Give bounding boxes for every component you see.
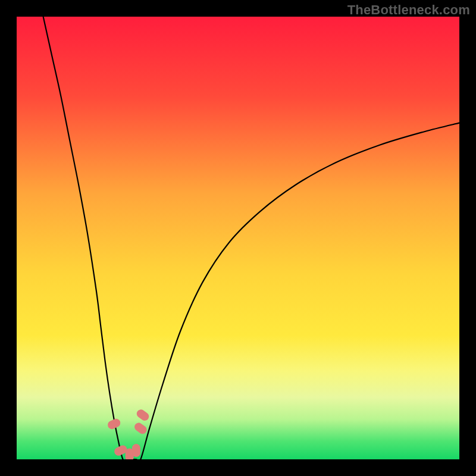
chart-svg xyxy=(17,17,459,459)
chart-frame: TheBottleneck.com xyxy=(0,0,476,476)
gradient-background xyxy=(17,17,459,459)
watermark-text: TheBottleneck.com xyxy=(347,2,470,18)
marker-dot xyxy=(132,444,140,457)
plot-area xyxy=(17,17,459,459)
